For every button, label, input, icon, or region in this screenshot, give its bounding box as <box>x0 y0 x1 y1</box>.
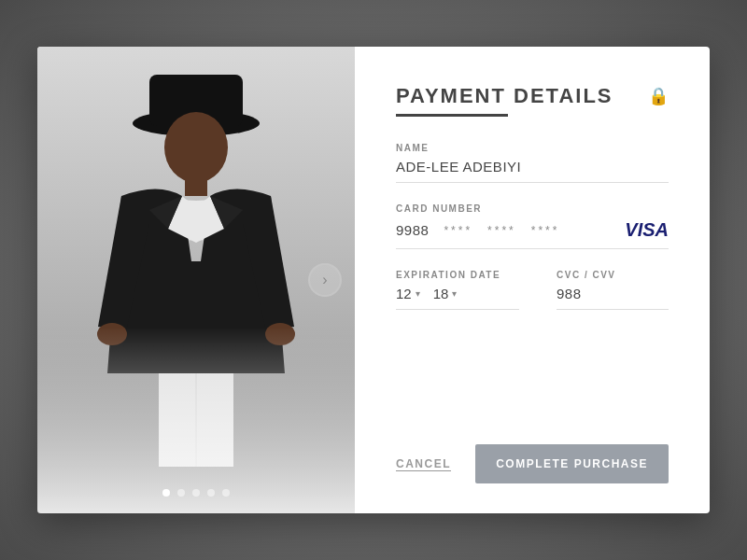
card-number-label: CARD NUMBER <box>396 203 669 214</box>
payment-form-panel: PAYMENT DETAILS 🔒 NAME ADE-LEE ADEBIYI C… <box>355 47 710 513</box>
year-chevron-icon: ▾ <box>452 288 457 299</box>
cvc-value[interactable]: 988 <box>557 286 669 310</box>
expiry-select-row: 12 ▾ 18 ▾ <box>396 286 519 310</box>
card-number-first: 9988 <box>396 222 429 238</box>
month-value: 12 <box>396 286 412 301</box>
title-underline <box>396 114 508 117</box>
year-select[interactable]: 18 ▾ <box>433 286 458 301</box>
name-value[interactable]: ADE-LEE ADEBIYI <box>396 159 669 183</box>
product-image-panel: › <box>37 47 355 513</box>
card-number-hidden-1: **** <box>444 224 472 237</box>
card-number-hidden-2: **** <box>487 224 516 237</box>
month-select[interactable]: 12 ▾ <box>396 286 420 301</box>
cvc-field-group: CVC / CVV 988 <box>557 270 669 310</box>
carousel-next-button[interactable]: › <box>308 263 342 297</box>
panel-title: PAYMENT DETAILS <box>396 84 613 108</box>
cvc-label: CVC / CVV <box>557 270 669 280</box>
carousel-dot-3[interactable] <box>192 489 200 497</box>
card-number-hidden-3: **** <box>531 224 560 237</box>
carousel-dots <box>37 489 355 497</box>
carousel-dot-5[interactable] <box>222 489 230 497</box>
expiry-field-group: EXPIRATION DATE 12 ▾ 18 ▾ <box>396 270 519 310</box>
chevron-right-icon: › <box>322 272 327 288</box>
carousel-dot-1[interactable] <box>162 489 170 497</box>
lock-icon: 🔒 <box>648 86 669 106</box>
card-number-row: 9988 **** **** **** VISA <box>396 219 669 249</box>
month-chevron-icon: ▾ <box>416 288 420 299</box>
model-image <box>37 47 355 513</box>
name-field-group: NAME ADE-LEE ADEBIYI <box>396 143 669 183</box>
cancel-button[interactable]: CANCEL <box>396 457 451 470</box>
carousel-dot-4[interactable] <box>207 489 215 497</box>
visa-logo: VISA <box>625 219 669 241</box>
expiry-cvc-row: EXPIRATION DATE 12 ▾ 18 ▾ CVC / CVV 988 <box>396 270 669 330</box>
carousel-dot-2[interactable] <box>177 489 185 497</box>
year-value: 18 <box>433 286 449 301</box>
expiry-label: EXPIRATION DATE <box>396 270 519 280</box>
panel-header: PAYMENT DETAILS 🔒 <box>396 84 669 108</box>
complete-purchase-button[interactable]: COMPLETE PURCHASE <box>475 444 669 483</box>
svg-rect-9 <box>37 47 355 513</box>
name-label: NAME <box>396 143 669 153</box>
actions-row: CANCEL COMPLETE PURCHASE <box>396 435 669 483</box>
card-number-field-group: CARD NUMBER 9988 **** **** **** VISA <box>396 203 669 249</box>
payment-card: › PAYMENT DETAILS 🔒 NAME ADE-LEE ADEBIYI… <box>37 47 710 513</box>
